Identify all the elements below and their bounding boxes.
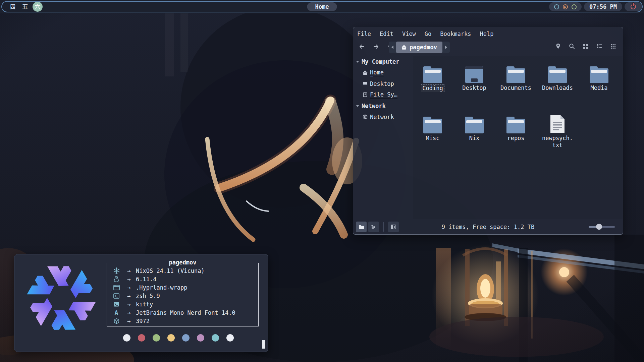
arrow: → [122,309,136,316]
list-view-button[interactable] [596,43,602,49]
palette-dot-4 [182,334,190,342]
slider-knob[interactable] [596,224,602,230]
status-bar-fm: 9 items, Free space: 1.2 TB [353,219,623,234]
window-manager-icon [113,285,120,290]
icon-view-button[interactable] [583,43,589,49]
location-button[interactable] [555,43,561,49]
file-label: Documents [500,84,531,92]
system-indicators[interactable] [549,2,582,11]
indicator-circle-teal-icon [554,4,559,9]
sidebar-group-network[interactable]: Network [353,100,413,111]
menu-view[interactable]: View [402,31,416,37]
sidebar-item-label: File Sy… [370,91,397,99]
arrow: → [122,301,136,308]
terminal-value: kitty [136,301,153,308]
file-item-repos[interactable]: repos [498,113,534,142]
file-label: Media [590,84,607,92]
workspace-4[interactable]: 四 [8,2,18,12]
menu-bar: File Edit View Go Bookmarks Help [357,29,493,39]
os-value: NixOS 24.11 (Vicuna) [136,267,205,274]
folder-icon [423,68,442,83]
folder-icon [506,119,525,133]
folder-icon [590,68,608,83]
home-icon [401,45,407,50]
grid-view-icon [583,44,589,49]
breadcrumb-label: pagedmov [410,44,437,51]
fetch-info-box: pagedmov → NixOS 24.11 (Vicuna) → 6.11.4… [107,263,259,326]
status-bar: 四 五 六 Home 07:56 PM [0,0,644,13]
palette-dot-7 [226,334,234,342]
arrow-right-icon [373,43,379,50]
file-item-misc[interactable]: Misc [415,113,450,142]
breadcrumb-current[interactable]: pagedmov [396,42,442,53]
arrow: → [122,267,136,274]
compact-view-icon [610,44,616,49]
menu-edit[interactable]: Edit [380,31,393,37]
fetch-username: pagedmov [166,259,200,266]
palette-dot-1 [138,334,145,342]
focus-tick [370,76,373,76]
folder-icon [506,68,525,83]
file-item-downloads[interactable]: Downloads [540,62,575,92]
sidebar: My Computer Home Desktop File Sy… Networ… [353,56,413,219]
sidebar-item-network[interactable]: Network [353,111,413,122]
file-item-coding[interactable]: Coding [415,62,450,92]
clock: 07:56 PM [584,2,622,11]
indicator-circle-orange-icon [563,4,568,9]
workspace-switcher: 四 五 六 [8,2,43,12]
fetch-row-kernel: → 6.11.4 [111,275,256,283]
terminal-icon [114,302,119,307]
arrow: → [122,293,136,299]
fetch-row-wm: → .Hyprland-wrapp [111,283,256,292]
font-icon: A [111,309,122,316]
fastfetch-terminal-window: pagedmov → NixOS 24.11 (Vicuna) → 6.11.4… [14,254,268,352]
file-label: Coding [421,84,444,92]
breadcrumb-scroll-left[interactable] [389,42,396,53]
fetch-row-os: → NixOS 24.11 (Vicuna) [111,266,256,275]
back-button[interactable] [358,43,366,51]
menu-file[interactable]: File [357,31,371,37]
file-item-newpsych-txt[interactable]: newpsych. txt [540,113,575,149]
sidebar-group-my-computer[interactable]: My Computer [353,56,413,67]
fetch-row-shell: → zsh 5.9 [111,292,256,300]
workspace-5[interactable]: 五 [20,2,30,12]
sidebar-item-home[interactable]: Home [353,67,413,78]
menu-go[interactable]: Go [425,31,431,37]
file-manager-window: File Edit View Go Bookmarks Help [353,27,623,235]
sidebar-item-label: Desktop [370,80,394,87]
file-item-desktop[interactable]: Desktop [457,62,492,92]
sidebar-item-desktop[interactable]: Desktop [353,78,413,89]
forward-button[interactable] [372,43,380,51]
power-button[interactable] [625,2,642,11]
file-item-media[interactable]: Media [581,62,617,92]
file-item-nix[interactable]: Nix [457,113,492,142]
search-button[interactable] [569,43,575,49]
filesystem-icon [363,92,368,97]
network-globe-icon [363,114,368,119]
file-label: newpsych. txt [542,135,573,149]
file-item-documents[interactable]: Documents [498,62,534,92]
icon-size-slider[interactable] [589,226,615,228]
path-breadcrumb: pagedmov [389,42,450,53]
terminal-color-palette [123,334,234,342]
workspace-6-active[interactable]: 六 [33,2,43,12]
palette-dot-5 [197,334,204,342]
breadcrumb-scroll-right[interactable] [442,42,450,53]
home-icon [363,70,368,75]
sidebar-item-filesystem[interactable]: File Sy… [353,89,413,100]
file-label: Nix [469,135,480,142]
palette-dot-0 [123,334,130,342]
active-window-title: Home [307,2,337,11]
menu-bookmarks[interactable]: Bookmarks [440,31,471,37]
compact-view-button[interactable] [610,43,616,49]
packages-value: 3972 [136,318,150,324]
terminal-cursor[interactable] [262,340,265,349]
menu-help[interactable]: Help [480,31,493,37]
fetch-row-terminal: → kitty [111,300,256,308]
folder-icon [548,68,567,83]
arrow-left-icon [359,43,365,50]
collapse-caret-icon [356,61,359,63]
tux-icon [114,276,119,282]
file-label: Misc [426,135,440,142]
desktop: 四 五 六 Home 07:56 PM File Edit View Go Bo… [0,0,644,362]
